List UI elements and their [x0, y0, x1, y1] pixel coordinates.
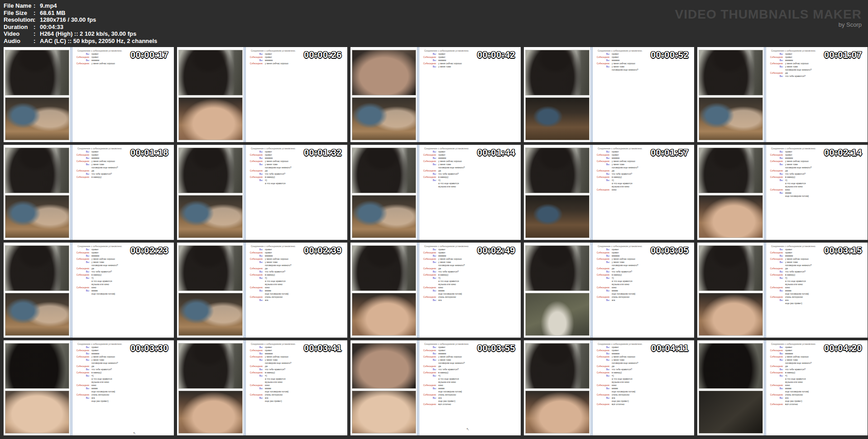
speaker-label	[595, 166, 610, 169]
message-text: привет	[265, 150, 272, 153]
metadata-panel: File Name : 9.mp4 File Size : 68.61 MB R…	[4, 2, 157, 44]
speaker-label: Вы:	[74, 52, 90, 56]
message-text: кино	[612, 188, 617, 191]
chat-line: поговорим еще немного?	[595, 264, 694, 267]
message-text: ага	[612, 396, 615, 400]
chat-line: Вы:у меня тоже	[768, 358, 868, 362]
speaker-label	[248, 264, 263, 267]
message-text: ммммм	[785, 59, 793, 62]
chat-line: а что еще нравится	[421, 377, 521, 381]
chat-line: а что еще нравится	[768, 182, 868, 185]
speaker-label: Вы:	[595, 396, 610, 400]
thumbnail-cell: Соединение с собеседником установлено. В…	[177, 145, 347, 240]
chat-line: Собеседник:кино	[248, 384, 347, 387]
message-text: да	[785, 169, 788, 172]
message-text: в камеру)	[785, 371, 795, 374]
message-text: в камеру)	[785, 176, 795, 179]
speaker-label: Вы:	[421, 52, 436, 56]
chat-line: Вы:что тебе нравится?	[595, 172, 694, 176]
chat-line: Вы:у меня тоже	[595, 65, 694, 68]
chat-line: Собеседник:да	[74, 267, 174, 270]
webcam-column	[5, 47, 69, 140]
message-text: ммммм	[91, 157, 99, 160]
chat-line: Собеседник:у меня сейчас хорошо	[248, 160, 347, 163]
chat-line: поговорим еще немного?	[768, 362, 868, 365]
webcam-column	[178, 47, 243, 140]
webcam-local-frame	[352, 97, 416, 140]
meta-colon: :	[34, 24, 40, 31]
message-text: еще раз привет)	[612, 400, 629, 403]
meta-colon: :	[34, 16, 40, 24]
speaker-label: Собеседник:	[421, 371, 436, 374]
chat-line: Собеседник:да	[421, 267, 521, 270]
speaker-label: Собеседник:	[768, 267, 783, 270]
chat-line: Вы:что тебе нравится?	[248, 172, 347, 176]
speaker-label: Собеседник:	[768, 160, 783, 163]
chat-line: а что еще нравится	[248, 377, 347, 381]
chat-line: Вы:у меня тоже	[421, 261, 521, 264]
speaker-label: Вы:	[74, 150, 90, 153]
chat-line: Собеседник:у меня сейчас хорошо	[421, 160, 521, 163]
chat-line: Вы:что тебе нравится?	[74, 368, 174, 371]
timestamp-badge: 00:01:32	[304, 148, 342, 158]
chat-line: Собеседник:кино	[248, 286, 347, 289]
chat-line: Собеседник:у меня сейчас хорошо	[768, 258, 868, 261]
chat-line: Вы:у меня тоже	[595, 358, 694, 362]
message-text: привет	[785, 346, 792, 349]
chat-line: Собеседник:да	[768, 365, 868, 368]
speaker-label: Вы:	[74, 358, 90, 362]
speaker-label	[248, 280, 263, 283]
speaker-label	[248, 166, 263, 169]
speaker-label: Собеседник:	[768, 72, 783, 75]
message-text: =)	[785, 179, 787, 182]
speaker-label: Вы:	[421, 150, 436, 153]
message-text: всё отлично	[785, 403, 798, 406]
chat-line: Собеседник:да	[421, 365, 521, 368]
chat-line: еще поговорим потом)	[595, 292, 694, 296]
speaker-label: Вы:	[248, 396, 263, 400]
speaker-label: Собеседник:	[74, 160, 90, 163]
message-text: в камеру)	[612, 371, 622, 374]
speaker-label: Вы:	[595, 270, 610, 273]
message-text: ммммм	[265, 157, 273, 160]
chat-line: Собеседник:у меня сейчас хорошо	[248, 62, 347, 65]
meta-row-filename: File Name : 9.mp4	[4, 2, 157, 10]
chat-divider	[70, 47, 72, 142]
message-text: очень интересно	[91, 393, 109, 396]
meta-value: AAC (LC) :: 50 kbps, 22050 Hz, 2 channel…	[40, 38, 157, 45]
message-text: всё отлично	[438, 403, 451, 406]
message-text: еще поговорим потом)	[612, 292, 635, 296]
speaker-label	[248, 362, 263, 365]
message-text: ммммм	[612, 254, 619, 258]
speaker-label	[248, 377, 263, 381]
message-text: а что еще нравится	[785, 377, 806, 381]
chat-line: Вы:ага	[421, 299, 521, 302]
speaker-label	[421, 292, 436, 296]
speaker-label: Собеседник:	[74, 62, 90, 65]
chat-line: Вы:у меня тоже	[74, 261, 174, 264]
message-text: что тебе нравится?	[438, 368, 459, 371]
speaker-label: Собеседник:	[768, 371, 783, 374]
message-text: у меня сейчас хорошо	[612, 62, 635, 65]
speaker-label: Собеседник:	[768, 176, 783, 179]
chat-line: а что еще нравится	[74, 280, 174, 283]
chat-line: поговорим еще немного?	[74, 264, 174, 267]
app-logo: VIDEO THUMBNAILS MAKER by Scorp	[675, 8, 862, 28]
chat-line: Вы:у меня тоже	[595, 261, 694, 264]
speaker-label: Вы:	[74, 270, 90, 273]
chat-line: Собеседник:кино	[74, 384, 174, 387]
message-text: кино	[612, 384, 617, 387]
chat-line: музыка или кино	[768, 381, 868, 384]
chat-line: поговорим еще немного?	[768, 264, 868, 267]
speaker-label: Вы:	[768, 52, 783, 56]
message-text: =)	[438, 179, 441, 182]
message-text: музыка или кино	[265, 283, 283, 286]
message-text: еще поговорим потом)	[91, 390, 115, 393]
message-text: еще раз привет)	[91, 400, 109, 403]
message-text: ммммм	[265, 352, 273, 355]
speaker-label: Вы:	[421, 270, 436, 273]
chat-line: музыка или кино	[595, 283, 694, 286]
speaker-label	[595, 292, 610, 296]
speaker-label: Вы:	[421, 396, 436, 400]
webcam-local-frame	[352, 391, 416, 434]
